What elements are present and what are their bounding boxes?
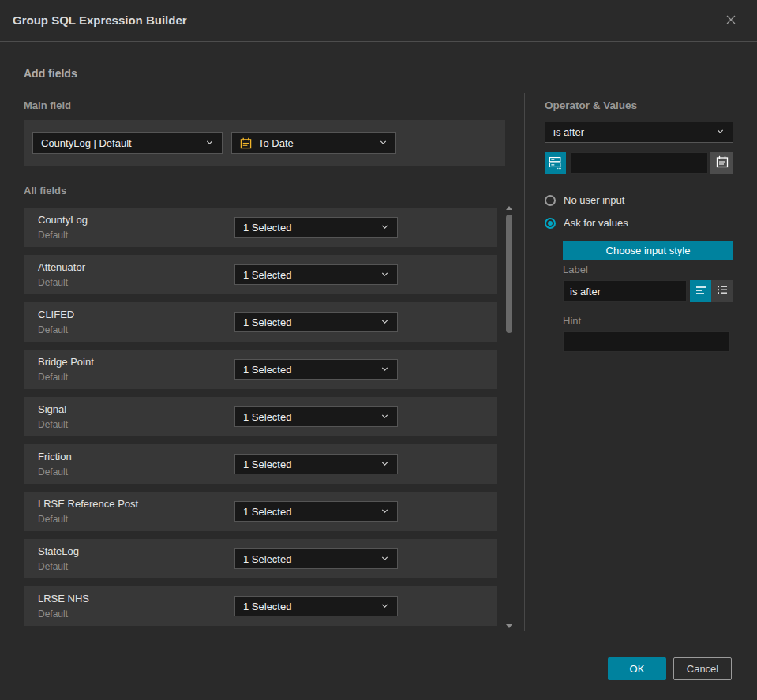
main-field-select[interactable]: CountyLog | Default — [32, 132, 223, 154]
all-fields-label: All fields — [24, 185, 66, 197]
field-selected-dropdown[interactable]: 1 Selected — [234, 312, 398, 332]
field-selected-dropdown[interactable]: 1 Selected — [234, 217, 398, 238]
field-row: Signal Default 1 Selected — [24, 397, 497, 436]
radio-ask-for-values-label: Ask for values — [564, 217, 628, 229]
label-style-list-button[interactable] — [711, 280, 733, 302]
chevron-down-icon — [380, 601, 389, 612]
pick-values-button[interactable] — [545, 152, 566, 174]
field-subtitle: Default — [38, 324, 68, 335]
field-name: Bridge Point — [38, 356, 94, 368]
chevron-down-icon — [380, 364, 389, 376]
label-style-text-button[interactable] — [690, 280, 711, 302]
choose-input-style-button[interactable]: Choose input style — [563, 241, 733, 260]
field-subtitle: Default — [38, 230, 68, 241]
radio-no-user-input[interactable]: No user input — [545, 194, 624, 206]
field-row: Bridge Point Default 1 Selected — [24, 350, 497, 389]
close-button[interactable] — [722, 13, 740, 30]
field-selected-dropdown[interactable]: 1 Selected — [234, 406, 398, 427]
field-selected-value: 1 Selected — [243, 459, 380, 470]
calendar-icon — [716, 155, 729, 171]
chevron-down-icon — [380, 316, 389, 328]
field-subtitle: Default — [38, 466, 68, 477]
group-sql-expression-builder-dialog: Group SQL Expression Builder Add fields … — [0, 0, 757, 700]
field-selected-dropdown[interactable]: 1 Selected — [234, 359, 398, 380]
chevron-down-icon — [380, 553, 389, 565]
chevron-down-icon — [380, 222, 389, 234]
field-selected-value: 1 Selected — [243, 269, 380, 281]
field-selected-dropdown[interactable]: 1 Selected — [234, 596, 398, 616]
scrollbar-down-arrow[interactable] — [506, 624, 512, 628]
field-row: CountyLog Default 1 Selected — [24, 208, 497, 247]
date-value-input[interactable] — [571, 152, 708, 174]
align-left-icon — [695, 284, 707, 299]
field-subtitle: Default — [38, 372, 68, 383]
chevron-down-icon — [380, 269, 389, 281]
field-row: CLIFED Default 1 Selected — [24, 302, 497, 342]
radio-circle-selected — [545, 218, 556, 229]
chevron-down-icon — [380, 411, 389, 423]
field-name: LRSE NHS — [38, 593, 89, 605]
field-selected-value: 1 Selected — [243, 411, 380, 423]
chevron-down-icon — [380, 459, 389, 470]
field-name: Signal — [38, 403, 66, 415]
field-row: StateLog Default 1 Selected — [24, 539, 497, 578]
chevron-down-icon — [205, 137, 214, 149]
calendar-icon — [240, 137, 252, 149]
field-subtitle: Default — [38, 419, 68, 430]
hint-input[interactable] — [563, 331, 730, 352]
chevron-down-icon — [379, 137, 388, 149]
main-field-select-value: CountyLog | Default — [41, 137, 205, 149]
field-selected-value: 1 Selected — [243, 364, 380, 376]
panel-divider — [524, 93, 525, 631]
field-name: LRSE Reference Post — [38, 498, 138, 510]
field-selected-dropdown[interactable]: 1 Selected — [234, 264, 398, 285]
field-selected-value: 1 Selected — [243, 222, 380, 234]
close-icon — [725, 13, 737, 29]
field-name: Friction — [38, 451, 72, 462]
operator-values-heading: Operator & Values — [545, 99, 637, 111]
field-selected-value: 1 Selected — [243, 506, 380, 518]
dialog-title: Group SQL Expression Builder — [13, 0, 187, 41]
label-label: Label — [563, 264, 588, 275]
field-selected-dropdown[interactable]: 1 Selected — [234, 501, 398, 522]
label-input[interactable] — [563, 280, 687, 302]
field-name: Attenuator — [38, 261, 85, 273]
radio-no-user-input-label: No user input — [564, 194, 624, 206]
radio-circle — [545, 195, 556, 206]
field-selected-value: 1 Selected — [243, 316, 380, 328]
main-date-select-value: To Date — [258, 137, 379, 149]
field-selected-value: 1 Selected — [243, 553, 380, 565]
field-subtitle: Default — [38, 608, 68, 620]
field-name: CLIFED — [38, 309, 74, 320]
field-subtitle: Default — [38, 514, 68, 525]
field-row: LRSE Reference Post Default 1 Selected — [24, 492, 497, 531]
main-field-row: CountyLog | Default To Date — [24, 120, 505, 166]
date-picker-button[interactable] — [710, 152, 733, 174]
field-name: StateLog — [38, 545, 79, 557]
field-selected-dropdown[interactable]: 1 Selected — [234, 548, 398, 569]
bulleted-list-icon — [716, 283, 729, 299]
main-field-label: Main field — [24, 99, 71, 111]
operator-select-value: is after — [553, 126, 716, 138]
field-selected-value: 1 Selected — [243, 601, 380, 612]
field-subtitle: Default — [38, 277, 68, 288]
chevron-down-icon — [716, 126, 725, 138]
field-row: Attenuator Default 1 Selected — [24, 255, 497, 294]
scrollbar-thumb[interactable] — [506, 215, 512, 333]
field-selected-dropdown[interactable]: 1 Selected — [234, 454, 398, 474]
stacked-values-icon — [548, 155, 563, 172]
operator-select[interactable]: is after — [545, 122, 733, 143]
chevron-down-icon — [380, 506, 389, 518]
field-row: Friction Default 1 Selected — [24, 444, 497, 484]
ok-button[interactable]: OK — [608, 657, 666, 680]
cancel-button[interactable]: Cancel — [673, 657, 732, 680]
main-date-select[interactable]: To Date — [231, 132, 396, 154]
field-row: LRSE NHS Default 1 Selected — [24, 586, 497, 626]
radio-ask-for-values[interactable]: Ask for values — [545, 217, 628, 229]
hint-label: Hint — [563, 315, 581, 327]
field-subtitle: Default — [38, 561, 68, 572]
scrollbar-up-arrow[interactable] — [506, 206, 512, 210]
add-fields-heading: Add fields — [24, 67, 77, 80]
field-name: CountyLog — [38, 214, 88, 226]
